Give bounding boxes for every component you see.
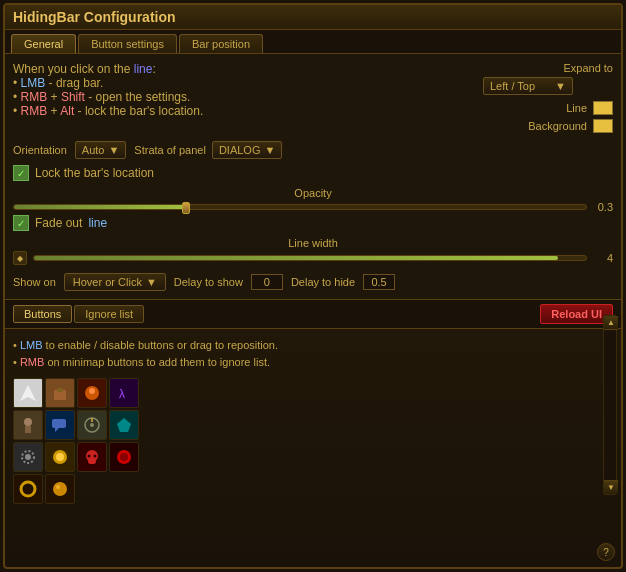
svg-marker-13: [117, 418, 131, 432]
svg-point-25: [53, 482, 67, 496]
lmb-key: LMB: [21, 76, 46, 90]
strata-dropdown[interactable]: DIALOG ▼: [212, 141, 282, 159]
svg-text:λ: λ: [119, 387, 125, 401]
icon-orange-head[interactable]: [77, 378, 107, 408]
icon-bag[interactable]: [45, 378, 75, 408]
show-on-row: Show on Hover or Click ▼ Delay to show 0…: [13, 273, 613, 291]
lmb-key-info: LMB: [20, 339, 43, 351]
line-color-swatch[interactable]: [593, 101, 613, 115]
chevron-down-icon: ▼: [555, 80, 566, 92]
lock-checkbox[interactable]: ✓: [13, 165, 29, 181]
shift-key: Shift: [61, 90, 85, 104]
buttons-info: • LMB to enable / disable buttons or dra…: [13, 337, 613, 504]
tab-bar-position[interactable]: Bar position: [179, 34, 263, 53]
icon-purple-symbol[interactable]: λ: [109, 378, 139, 408]
tab-general[interactable]: General: [11, 34, 76, 53]
tab-ignore-list[interactable]: Ignore list: [74, 305, 144, 323]
show-on-dropdown[interactable]: Hover or Click ▼: [64, 273, 166, 291]
expand-to-dropdown[interactable]: Left / Top ▼: [483, 77, 573, 95]
general-content: When you click on the line: • LMB - drag…: [5, 54, 621, 299]
instruction-bullet1: • LMB - drag bar.: [13, 76, 203, 90]
instruction-line1: When you click on the line:: [13, 62, 203, 76]
bottom-tabs-row: Buttons Ignore list Reload UI: [5, 299, 621, 329]
svg-rect-8: [52, 419, 66, 428]
help-button[interactable]: ?: [597, 543, 615, 561]
icon-gear[interactable]: [13, 442, 43, 472]
fade-checkbox[interactable]: ✓: [13, 215, 29, 231]
linewidth-slider-handle[interactable]: ◆: [13, 251, 27, 265]
svg-point-14: [25, 454, 31, 460]
rmb-key2: RMB: [21, 104, 48, 118]
svg-point-20: [88, 455, 91, 458]
icon-grid-container: λ: [13, 378, 613, 504]
delay-hide-input[interactable]: 0.5: [363, 274, 395, 290]
strata-section: Strata of panel DIALOG ▼: [134, 141, 282, 159]
strata-label: Strata of panel: [134, 144, 206, 156]
icon-skull-red[interactable]: [77, 442, 107, 472]
lock-label: Lock the bar's location: [35, 166, 154, 180]
fade-label: Fade out: [35, 216, 82, 230]
opacity-slider-row: 0.3: [13, 201, 613, 213]
line-color-row: Line: [483, 101, 613, 115]
icon-gold-coin[interactable]: [45, 442, 75, 472]
tab-buttons[interactable]: Buttons: [13, 305, 72, 323]
tab-button-settings[interactable]: Button settings: [78, 34, 177, 53]
svg-point-6: [24, 418, 32, 426]
scroll-up-button[interactable]: ▲: [604, 316, 618, 330]
info-line2: • RMB on minimap buttons to add them to …: [13, 354, 613, 371]
opacity-label: Opacity: [13, 187, 613, 199]
icon-warrior[interactable]: [13, 410, 43, 440]
svg-point-23: [120, 453, 128, 461]
title-bar: HidingBar Configuration: [5, 5, 621, 30]
linewidth-slider[interactable]: [33, 255, 587, 261]
background-color-swatch[interactable]: [593, 119, 613, 133]
orientation-strata-row: Orientation Auto ▼ Strata of panel DIALO…: [13, 141, 613, 159]
bottom-tab-group: Buttons Ignore list: [13, 305, 144, 323]
orientation-label: Orientation: [13, 144, 67, 156]
svg-point-4: [89, 388, 95, 394]
rmb-key-info: RMB: [20, 356, 44, 368]
window-title: HidingBar Configuration: [13, 9, 176, 25]
line-label: Line: [566, 102, 587, 114]
buttons-section: • LMB to enable / disable buttons or dra…: [5, 329, 621, 512]
icon-chat[interactable]: [45, 410, 75, 440]
icon-red-circle[interactable]: [109, 442, 139, 472]
icon-teal-gem[interactable]: [109, 410, 139, 440]
instruction-line-link: line: [134, 62, 153, 76]
lock-checkbox-row: ✓ Lock the bar's location: [13, 165, 613, 181]
delay-show-input[interactable]: 0: [251, 274, 283, 290]
icon-row-4: [13, 474, 613, 504]
instruction-bullet3: • RMB + Alt - lock the bar's location.: [13, 104, 203, 118]
fade-checkbox-row: ✓ Fade out line: [13, 215, 613, 231]
expand-label: Expand to: [483, 62, 613, 74]
linewidth-slider-row: ◆ 4: [13, 251, 613, 265]
svg-marker-0: [20, 385, 36, 401]
opacity-section: Opacity 0.3: [13, 187, 613, 213]
linewidth-value: 4: [593, 252, 613, 264]
info-line1: • LMB to enable / disable buttons or dra…: [13, 337, 613, 354]
main-tabs: General Button settings Bar position: [5, 30, 621, 54]
icon-compass[interactable]: [77, 410, 107, 440]
instructions: When you click on the line: • LMB - drag…: [13, 62, 203, 129]
right-panel: Expand to Left / Top ▼ Line Background: [483, 62, 613, 137]
background-label: Background: [528, 120, 587, 132]
svg-point-24: [21, 482, 35, 496]
delay-show-label: Delay to show: [174, 276, 243, 288]
scroll-down-button[interactable]: ▼: [604, 480, 618, 494]
alt-key: Alt: [60, 104, 74, 118]
icon-white-arrow[interactable]: [13, 378, 43, 408]
svg-rect-2: [57, 388, 63, 392]
main-window: HidingBar Configuration General Button s…: [3, 3, 623, 569]
instruction-bullet2: • RMB + Shift - open the settings.: [13, 90, 203, 104]
show-on-arrow-icon: ▼: [146, 276, 157, 288]
opacity-slider[interactable]: [13, 204, 587, 210]
icon-gold-orb[interactable]: [45, 474, 75, 504]
delay-hide-label: Delay to hide: [291, 276, 355, 288]
background-color-row: Background: [483, 119, 613, 133]
show-on-label: Show on: [13, 276, 56, 288]
rmb-key: RMB: [21, 90, 48, 104]
svg-point-11: [90, 423, 94, 427]
icon-yellow-ring[interactable]: [13, 474, 43, 504]
orientation-dropdown[interactable]: Auto ▼: [75, 141, 127, 159]
scrollbar[interactable]: ▲ ▼: [603, 315, 617, 495]
